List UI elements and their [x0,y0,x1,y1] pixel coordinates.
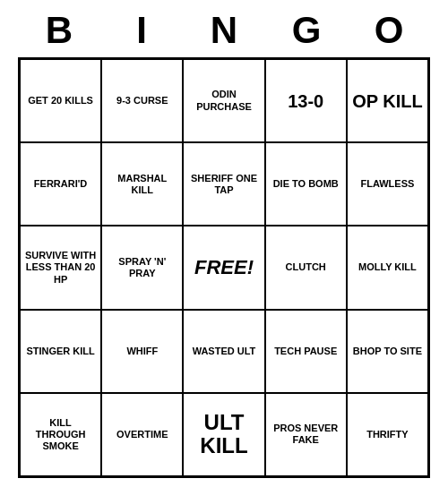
bingo-cell[interactable]: DIE TO BOMB [265,142,347,226]
bingo-cell[interactable]: CLUTCH [265,226,347,309]
bingo-cell[interactable]: SHERIFF ONE TAP [183,142,264,226]
bingo-grid: GET 20 KILLS9-3 CURSEODIN PURCHASE13-0OP… [18,57,430,478]
bingo-cell[interactable]: ODIN PURCHASE [183,59,264,142]
bingo-cell[interactable]: MARSHAL KILL [101,142,183,226]
title-letter: I [115,9,168,52]
bingo-title-row: BINGO [18,0,430,57]
bingo-cell[interactable]: WASTED ULT [183,310,264,393]
bingo-cell[interactable]: THRIFTY [347,393,428,476]
bingo-cell[interactable]: FLAWLESS [347,142,428,226]
bingo-cell[interactable]: 13-0 [265,59,347,142]
bingo-cell[interactable]: KILL THROUGH SMOKE [20,393,101,476]
bingo-cell[interactable]: BHOP TO SITE [347,310,428,393]
bingo-cell[interactable]: OP KILL [347,59,428,142]
bingo-cell[interactable]: FERRARI'D [20,142,101,226]
bingo-cell[interactable]: PROS NEVER FAKE [265,393,347,476]
bingo-cell[interactable]: GET 20 KILLS [20,59,101,142]
title-letter: G [280,9,333,52]
bingo-cell[interactable]: Free! [183,226,264,309]
bingo-cell[interactable]: MOLLY KILL [347,226,428,309]
title-letter: N [197,9,251,52]
bingo-cell[interactable]: 9-3 CURSE [101,59,183,142]
bingo-cell[interactable]: SPRAY 'N' PRAY [101,226,183,309]
bingo-cell[interactable]: WHIFF [101,310,183,393]
title-letter: B [32,9,86,52]
bingo-cell[interactable]: STINGER KILL [20,310,101,393]
bingo-cell[interactable]: SURVIVE WITH LESS THAN 20 HP [20,226,101,309]
bingo-cell[interactable]: ULT KILL [183,393,264,476]
bingo-cell[interactable]: TECH PAUSE [265,310,347,393]
title-letter: O [362,9,416,52]
bingo-cell[interactable]: OVERTIME [101,393,183,476]
